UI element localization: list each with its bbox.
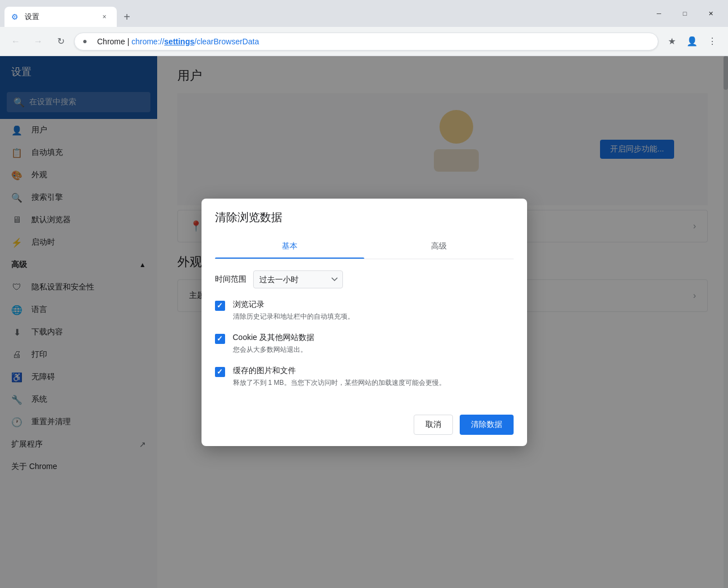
clear-data-button[interactable]: 清除数据 (460, 415, 514, 435)
history-checkbox-content: 浏览记录 清除历史记录和地址栏中的自动填充项。 (233, 300, 514, 321)
url-settings: settings (164, 37, 195, 46)
cookies-checkbox-content: Cookie 及其他网站数据 您会从大多数网站退出。 (233, 333, 514, 355)
clear-browser-data-dialog: 清除浏览数据 基本 高级 时间范围 过去一小时 过去24小时 过去7天 过去4周 (202, 199, 527, 446)
new-tab-button[interactable]: + (117, 7, 137, 27)
dialog-overlay[interactable]: 清除浏览数据 基本 高级 时间范围 过去一小时 过去24小时 过去7天 过去4周 (0, 56, 728, 588)
time-range-row: 时间范围 过去一小时 过去24小时 过去7天 过去4周 全部时间 (215, 270, 514, 288)
dialog-header: 清除浏览数据 基本 高级 (202, 199, 527, 259)
back-button[interactable]: ← (7, 33, 25, 50)
cookies-check-icon: ✓ (217, 334, 223, 343)
forward-button[interactable]: → (29, 33, 47, 50)
url-scheme: chrome:// (131, 37, 164, 46)
brand-text: Chrome (97, 37, 125, 46)
tab-advanced[interactable]: 高级 (364, 234, 514, 259)
menu-button[interactable]: ⋮ (703, 33, 721, 50)
tab-basic[interactable]: 基本 (215, 234, 364, 259)
cookies-checkbox[interactable]: ✓ (215, 334, 225, 344)
cache-check-icon: ✓ (217, 368, 223, 376)
cache-checkbox[interactable]: ✓ (215, 367, 225, 377)
url-rest: /clearBrowserData (194, 37, 259, 46)
cache-checkbox-item: ✓ 缓存的图片和文件 释放了不到 1 MB。当您下次访问时，某些网站的加载速度可… (215, 366, 514, 388)
history-checkbox[interactable]: ✓ (215, 301, 225, 311)
tab-favicon: ⚙ (11, 12, 20, 21)
address-text: Chrome | chrome://settings/clearBrowserD… (97, 37, 259, 46)
close-button[interactable]: ✕ (698, 4, 724, 22)
minimize-button[interactable]: ─ (646, 4, 672, 22)
dialog-title: 清除浏览数据 (215, 210, 514, 225)
tab-strip: ⚙ 设置 × + (0, 7, 642, 27)
cookies-checkbox-item: ✓ Cookie 及其他网站数据 您会从大多数网站退出。 (215, 333, 514, 355)
tab-title: 设置 (25, 12, 94, 22)
tab-close-button[interactable]: × (99, 11, 110, 22)
history-desc: 清除历史记录和地址栏中的自动填充项。 (233, 311, 514, 321)
dialog-footer: 取消 清除数据 (202, 410, 527, 446)
refresh-button[interactable]: ↻ (52, 33, 70, 50)
time-range-label: 时间范围 (215, 274, 246, 284)
cache-title: 缓存的图片和文件 (233, 366, 514, 376)
bookmark-button[interactable]: ★ (663, 33, 681, 50)
cache-desc: 释放了不到 1 MB。当您下次访问时，某些网站的加载速度可能会更慢。 (233, 378, 514, 388)
active-tab[interactable]: ⚙ 设置 × (4, 7, 117, 27)
cookies-title: Cookie 及其他网站数据 (233, 333, 514, 343)
window-controls: ─ □ ✕ (642, 4, 728, 27)
history-title: 浏览记录 (233, 300, 514, 310)
history-check-icon: ✓ (217, 301, 223, 310)
history-checkbox-item: ✓ 浏览记录 清除历史记录和地址栏中的自动填充项。 (215, 300, 514, 321)
dialog-body: 时间范围 过去一小时 过去24小时 过去7天 过去4周 全部时间 ✓ (202, 259, 527, 410)
cookies-desc: 您会从大多数网站退出。 (233, 344, 514, 355)
title-bar: ⚙ 设置 × + ─ □ ✕ (0, 0, 728, 27)
cancel-button[interactable]: 取消 (414, 415, 453, 435)
toolbar-icons: ★ 👤 ⋮ (663, 33, 721, 50)
profile-button[interactable]: 👤 (683, 33, 701, 50)
maximize-button[interactable]: □ (672, 4, 698, 22)
security-icon: ● (83, 36, 93, 47)
address-bar: ← → ↻ ● Chrome | chrome://settings/clear… (0, 27, 728, 56)
dialog-tabs: 基本 高级 (215, 234, 514, 259)
time-range-select[interactable]: 过去一小时 过去24小时 过去7天 过去4周 全部时间 (253, 270, 343, 288)
address-input[interactable]: ● Chrome | chrome://settings/clearBrowse… (74, 33, 658, 50)
cache-checkbox-content: 缓存的图片和文件 释放了不到 1 MB。当您下次访问时，某些网站的加载速度可能会… (233, 366, 514, 388)
